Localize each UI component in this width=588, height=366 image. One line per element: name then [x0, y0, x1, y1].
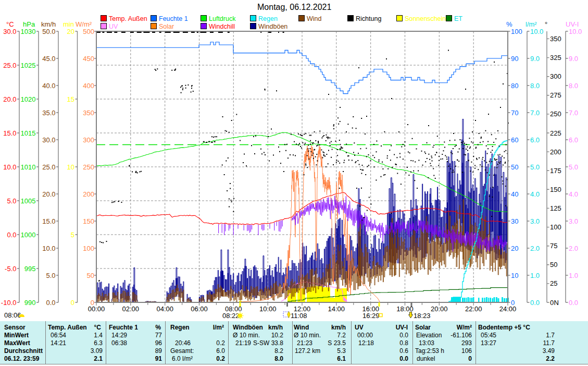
- svg-text:20: 20: [67, 28, 74, 35]
- svg-text:7.0: 7.0: [569, 109, 578, 117]
- svg-text:5: 5: [71, 231, 74, 239]
- svg-text:150: 150: [83, 217, 94, 225]
- svg-text:20.0: 20.0: [3, 95, 16, 103]
- svg-text:-5.0: -5.0: [5, 265, 16, 273]
- svg-text:50: 50: [550, 261, 557, 269]
- svg-text:8.0: 8.0: [569, 82, 578, 90]
- svg-text:18:23: 18:23: [414, 312, 431, 320]
- svg-text:25.0: 25.0: [3, 62, 16, 69]
- svg-text:5.0: 5.0: [530, 163, 540, 171]
- svg-text:06:00: 06:00: [191, 305, 208, 313]
- svg-text:100: 100: [550, 223, 561, 231]
- svg-text:-10.0: -10.0: [1, 299, 17, 307]
- svg-text:275: 275: [550, 91, 561, 99]
- svg-text:350: 350: [550, 35, 561, 43]
- svg-text:200: 200: [550, 148, 561, 156]
- svg-text:40: 40: [511, 190, 518, 198]
- svg-text:400: 400: [83, 82, 94, 90]
- svg-text:1010: 1010: [21, 163, 36, 171]
- svg-text:125: 125: [550, 204, 561, 212]
- svg-text:4.0: 4.0: [569, 190, 578, 198]
- svg-text:1030: 1030: [21, 28, 36, 35]
- svg-text:225: 225: [550, 129, 561, 137]
- svg-text:20:00: 20:00: [431, 305, 448, 313]
- svg-text:50: 50: [87, 272, 94, 279]
- svg-text:02:00: 02:00: [122, 305, 140, 313]
- svg-text:30.0: 30.0: [42, 136, 55, 144]
- svg-text:24:00: 24:00: [499, 305, 517, 313]
- svg-text:2.0: 2.0: [530, 245, 540, 252]
- svg-text:25.0: 25.0: [42, 163, 55, 171]
- svg-text:9.0: 9.0: [530, 55, 540, 63]
- svg-text:5.0: 5.0: [7, 197, 16, 205]
- svg-text:995: 995: [24, 265, 36, 273]
- svg-text:1.0: 1.0: [530, 272, 540, 279]
- svg-text:70: 70: [511, 109, 518, 117]
- svg-text:14:00: 14:00: [328, 305, 345, 313]
- svg-text:3.0: 3.0: [569, 217, 578, 225]
- svg-text:5.0: 5.0: [569, 163, 578, 171]
- svg-text:100: 100: [83, 245, 94, 252]
- svg-text:0.0: 0.0: [530, 299, 540, 307]
- svg-text:80: 80: [511, 82, 518, 90]
- svg-text:450: 450: [83, 55, 94, 63]
- svg-text:200: 200: [83, 190, 94, 198]
- svg-text:3.0: 3.0: [530, 217, 540, 225]
- svg-text:08:06: 08:06: [4, 311, 21, 319]
- svg-text:50: 50: [511, 163, 518, 171]
- svg-text:2.0: 2.0: [569, 245, 578, 252]
- svg-text:100: 100: [511, 28, 522, 35]
- svg-text:50.0: 50.0: [42, 28, 55, 35]
- svg-text:15: 15: [67, 95, 74, 103]
- svg-text:15.0: 15.0: [3, 129, 16, 137]
- svg-text:0: 0: [71, 299, 74, 307]
- svg-text:0.0: 0.0: [7, 231, 16, 239]
- svg-text:1005: 1005: [21, 197, 36, 205]
- svg-text:N: N: [554, 299, 559, 307]
- svg-text:10:00: 10:00: [259, 305, 277, 313]
- svg-text:10.0: 10.0: [3, 163, 16, 171]
- svg-text:10.0: 10.0: [530, 28, 543, 35]
- svg-text:300: 300: [83, 136, 94, 144]
- svg-text:10: 10: [511, 272, 518, 279]
- svg-text:25: 25: [550, 279, 557, 287]
- svg-text:175: 175: [550, 167, 561, 175]
- svg-text:1015: 1015: [21, 129, 36, 137]
- svg-text:90: 90: [511, 55, 518, 63]
- svg-text:250: 250: [550, 110, 561, 118]
- svg-text:22:00: 22:00: [465, 305, 482, 313]
- svg-text:325: 325: [550, 54, 561, 62]
- svg-text:20.0: 20.0: [42, 190, 55, 198]
- svg-text:350: 350: [83, 109, 94, 117]
- svg-text:60: 60: [511, 136, 518, 144]
- svg-text:300: 300: [550, 72, 561, 80]
- svg-text:10: 10: [67, 163, 74, 171]
- svg-text:8.0: 8.0: [530, 82, 540, 90]
- svg-text:00:00: 00:00: [88, 305, 105, 313]
- svg-text:6.0: 6.0: [530, 136, 540, 144]
- svg-text:0.0: 0.0: [46, 299, 55, 307]
- svg-text:04:00: 04:00: [156, 305, 173, 313]
- svg-text:9.0: 9.0: [569, 55, 578, 63]
- svg-text:250: 250: [83, 163, 94, 171]
- svg-text:1020: 1020: [21, 95, 36, 103]
- svg-text:0.0: 0.0: [569, 299, 578, 307]
- svg-text:40.0: 40.0: [42, 82, 55, 90]
- svg-text:75: 75: [550, 242, 557, 250]
- svg-text:10.0: 10.0: [569, 28, 582, 35]
- svg-text:1.0: 1.0: [569, 272, 578, 279]
- svg-text:0: 0: [550, 299, 554, 307]
- svg-text:5.0: 5.0: [46, 272, 55, 279]
- svg-text:35.0: 35.0: [42, 109, 55, 117]
- svg-text:500: 500: [83, 28, 94, 35]
- svg-text:11:08: 11:08: [291, 312, 307, 320]
- svg-text:990: 990: [24, 299, 36, 307]
- svg-text:150: 150: [550, 186, 561, 193]
- svg-text:30: 30: [511, 217, 518, 225]
- svg-text:10.0: 10.0: [42, 245, 55, 252]
- svg-text:1025: 1025: [21, 62, 36, 69]
- svg-text:4.0: 4.0: [530, 190, 540, 198]
- svg-text:15.0: 15.0: [42, 217, 55, 225]
- svg-text:30.0: 30.0: [3, 28, 16, 35]
- svg-text:45.0: 45.0: [42, 55, 55, 63]
